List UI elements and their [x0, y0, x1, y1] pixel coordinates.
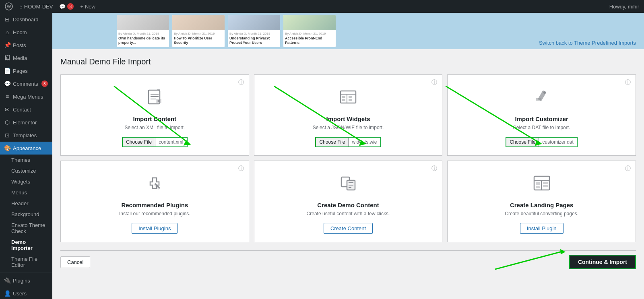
new-item-link[interactable]: + New — [80, 4, 95, 10]
sidebar-item-plugins[interactable]: 🔌 Plugins — [0, 274, 52, 287]
sidebar: ⊟ Dashboard ⌂ Hoom 📌 Posts 🖼 Media 📄 Pag… — [0, 13, 52, 299]
sidebar-item-comments[interactable]: 💬 Comments 3 — [0, 77, 52, 90]
recommended-plugins-title: Recommended Plugins — [121, 202, 188, 208]
import-content-card: ⓘ — [60, 74, 249, 156]
info-icon-5[interactable]: ⓘ — [431, 165, 437, 172]
import-content-title: Import Content — [133, 115, 176, 122]
media-icon: 🖼 — [4, 55, 10, 61]
sidebar-item-media[interactable]: 🖼 Media — [0, 52, 52, 64]
create-landing-pages-title: Create Landing Pages — [510, 202, 574, 208]
install-plugin-btn[interactable]: Install Plugin — [520, 223, 564, 234]
import-content-file-name: content.xml — [155, 138, 186, 146]
recommended-plugins-icon — [144, 173, 165, 197]
mega-menus-icon: ≡ — [4, 93, 10, 100]
sidebar-subitem-theme-file-editor[interactable]: Theme File Editor — [0, 254, 52, 270]
svg-rect-31 — [543, 182, 548, 184]
sidebar-item-contact[interactable]: ✉ Contact — [0, 103, 52, 116]
sidebar-subitem-menus[interactable]: Menus — [0, 187, 52, 198]
wordpress-logo[interactable]: W — [5, 2, 13, 10]
sidebar-item-mega-menus[interactable]: ≡ Mega Menus — [0, 90, 52, 103]
svg-marker-41 — [560, 249, 566, 254]
site-name[interactable]: ⌂ HOOM-DEV — [19, 4, 53, 10]
create-demo-content-icon — [338, 173, 358, 197]
svg-line-40 — [495, 251, 564, 269]
info-icon-1[interactable]: ⓘ — [238, 79, 244, 86]
create-demo-content-title: Create Demo Content — [317, 202, 379, 208]
svg-point-19 — [543, 91, 546, 94]
create-demo-content-desc: Create useful content with a few clicks. — [307, 211, 390, 217]
import-customizer-desc: Select a DAT file to import. — [513, 125, 570, 130]
svg-rect-30 — [536, 182, 540, 185]
install-plugins-btn[interactable]: Install Plugins — [132, 223, 178, 234]
svg-rect-32 — [543, 185, 548, 187]
import-customizer-file-input[interactable]: Choose File customizer.dat — [506, 137, 577, 147]
import-widgets-file-input[interactable]: Choose File widgets.wie — [315, 137, 381, 147]
users-icon: 👤 — [4, 290, 10, 297]
sidebar-item-templates[interactable]: ⊡ Templates — [0, 129, 52, 142]
import-customizer-icon — [532, 87, 552, 111]
info-icon-2[interactable]: ⓘ — [431, 79, 437, 86]
sidebar-item-hoom[interactable]: ⌂ Hoom — [0, 26, 52, 39]
action-bar: Cancel Continue & Import — [60, 250, 636, 273]
import-widgets-icon — [338, 87, 358, 111]
thumb-image-3 — [228, 15, 280, 30]
sidebar-subitem-demo-importer[interactable]: Demo Importer — [0, 237, 52, 254]
import-widgets-title: Import Widgets — [326, 115, 370, 122]
sidebar-item-posts[interactable]: 📌 Posts — [0, 39, 52, 52]
create-landing-pages-icon — [532, 173, 552, 197]
comments-link[interactable]: 💬 3 — [59, 3, 74, 10]
thumbnail-bar: By Aleida D. Month 21, 2019 Own handsome… — [52, 13, 644, 49]
sidebar-subitem-background[interactable]: Background — [0, 209, 52, 220]
thumbnail-card-3[interactable]: By Aleida D. Month 21, 2019 Understandin… — [228, 15, 280, 47]
cards-grid: ⓘ — [60, 74, 636, 242]
thumb-image-1 — [117, 15, 169, 30]
pages-icon: 📄 — [4, 68, 10, 74]
info-icon-4[interactable]: ⓘ — [238, 165, 244, 172]
svg-rect-14 — [349, 96, 352, 98]
thumb-image-4 — [283, 15, 336, 30]
thumbnail-card-4[interactable]: By Aleida D. Month 21, 2019 Accessible F… — [283, 15, 336, 47]
svg-rect-13 — [342, 96, 345, 98]
sidebar-item-pages[interactable]: 📄 Pages — [0, 64, 52, 77]
sidebar-item-users[interactable]: 👤 Users — [0, 287, 52, 299]
import-widgets-choose-file-btn[interactable]: Choose File — [316, 138, 349, 146]
comments-icon: 💬 — [4, 80, 10, 87]
sidebar-subitem-envato-theme-check[interactable]: Envato Theme Check — [0, 220, 52, 237]
thumbnail-card-1[interactable]: By Aleida D. Month 21, 2019 Own handsome… — [117, 15, 169, 47]
sidebar-item-elementor[interactable]: ⬡ Elementor — [0, 116, 52, 129]
sidebar-subitem-customize[interactable]: Customize — [0, 165, 52, 176]
sidebar-subitem-themes[interactable]: Themes — [0, 155, 52, 165]
elementor-icon: ⬡ — [4, 119, 10, 126]
svg-rect-16 — [349, 99, 352, 101]
thumbnail-card-2[interactable]: By Aleida D. Month 21, 2019 How To Prior… — [172, 15, 225, 47]
create-content-btn[interactable]: Create Content — [324, 223, 373, 234]
switch-back-link[interactable]: Switch back to Theme Predefined Imports — [539, 40, 636, 46]
cancel-button[interactable]: Cancel — [60, 256, 90, 268]
svg-rect-33 — [536, 186, 540, 188]
info-icon-3[interactable]: ⓘ — [625, 79, 631, 86]
create-demo-content-card: ⓘ Create Demo Content Create useful — [254, 161, 443, 242]
thumb-image-2 — [172, 15, 225, 30]
contact-icon: ✉ — [4, 106, 10, 113]
import-widgets-card: ⓘ Import Widg — [254, 74, 443, 156]
import-customizer-card: ⓘ Import Customizer Select a DAT file to… — [447, 74, 636, 156]
info-icon-6[interactable]: ⓘ — [625, 165, 631, 172]
import-content-choose-file-btn[interactable]: Choose File — [123, 138, 155, 146]
recommended-plugins-desc: Install our recommended plugins. — [119, 211, 190, 217]
create-landing-pages-card: ⓘ Create Land — [447, 161, 636, 242]
continue-arrow — [495, 247, 576, 271]
import-customizer-title: Import Customizer — [515, 115, 568, 122]
create-landing-pages-desc: Create beautiful converting pages. — [505, 211, 578, 217]
sidebar-subitem-header[interactable]: Header — [0, 198, 52, 209]
sidebar-subitem-widgets[interactable]: Widgets — [0, 176, 52, 187]
sidebar-item-appearance[interactable]: 🎨 Appearance — [0, 142, 52, 155]
import-customizer-choose-file-btn[interactable]: Choose File — [506, 138, 539, 146]
dashboard-icon: ⊟ — [4, 16, 10, 23]
sidebar-item-dashboard[interactable]: ⊟ Dashboard — [0, 13, 52, 26]
plugins-icon: 🔌 — [4, 277, 10, 284]
import-content-file-input[interactable]: Choose File content.xml — [122, 137, 187, 147]
admin-bar: W ⌂ HOOM-DEV 💬 3 + New Howdy, mihir — [0, 0, 644, 13]
import-customizer-file-name: customizer.dat — [539, 138, 576, 146]
import-widgets-desc: Select a JSON/WIE file to import. — [313, 125, 384, 130]
continue-import-button[interactable]: Continue & Import — [569, 255, 636, 269]
